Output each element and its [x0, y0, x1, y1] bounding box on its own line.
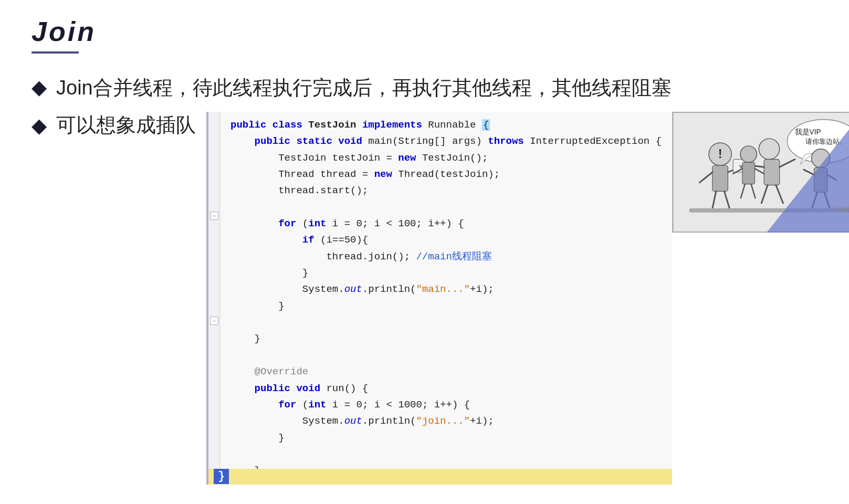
watermark: 狂神说Java	[832, 205, 849, 214]
svg-point-27	[740, 146, 757, 162]
second-bullet-row: ◆ 可以想象成插队 −	[32, 112, 817, 485]
bottom-bar: }	[208, 469, 672, 485]
fold-marker-2[interactable]: −	[210, 317, 218, 325]
code-block-wrapper: − −	[206, 112, 672, 485]
bullet-text-1: Join合并线程，待此线程执行完成后，再执行其他线程，其他线程阻塞	[56, 75, 672, 101]
image-area: 我是VIP 请你靠边站。 !	[672, 112, 849, 233]
code-image-area: − −	[206, 112, 849, 485]
svg-text:!: !	[718, 147, 722, 161]
page-container: Join ◆ Join合并线程，待此线程执行完成后，再执行其他线程，其他线程阻塞…	[0, 0, 849, 504]
title-underline	[32, 51, 79, 54]
bullet-diamond-1: ◆	[32, 76, 47, 99]
fold-marker-1[interactable]: −	[210, 212, 218, 220]
closing-brace: }	[214, 469, 229, 484]
bullet-diamond-2: ◆	[32, 114, 47, 137]
bullet-text-2: 可以想象成插队	[56, 112, 196, 139]
page-title: Join	[32, 16, 817, 47]
svg-rect-28	[742, 162, 755, 184]
bullet-item-1: ◆ Join合并线程，待此线程执行完成后，再执行其他线程，其他线程阻塞	[32, 75, 817, 101]
code-with-gutter: − −	[208, 112, 672, 485]
gutter: − −	[208, 112, 220, 485]
code-block: public class TestJoin implements Runnabl…	[220, 112, 672, 485]
svg-rect-7	[712, 165, 728, 191]
